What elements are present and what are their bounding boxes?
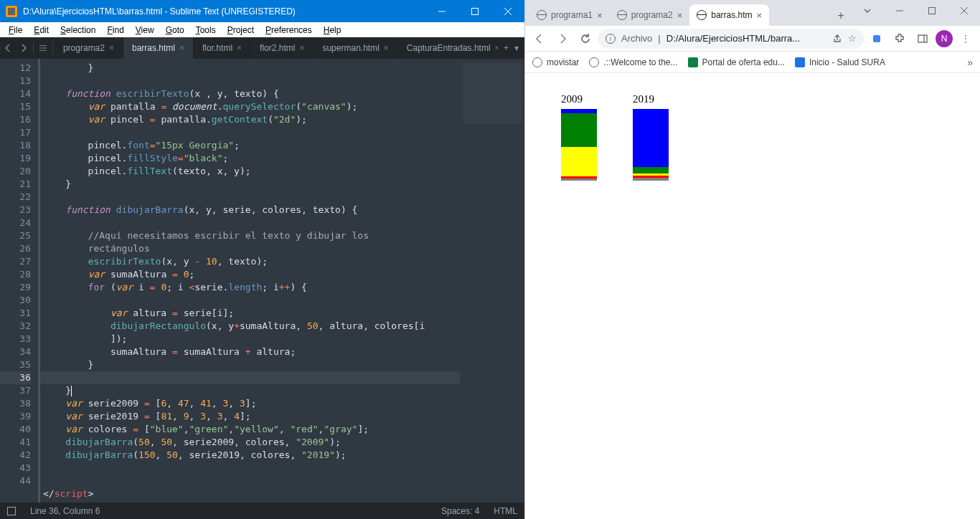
chrome-tabs: programa1×programa2×barras.htm× bbox=[525, 0, 831, 26]
maximize-button[interactable] bbox=[915, 0, 948, 22]
sublime-menubar: FileEditSelectionFindViewGotoToolsProjec… bbox=[0, 22, 524, 37]
chrome-tablist-icon[interactable] bbox=[851, 0, 883, 22]
bookmark-label: movistar bbox=[547, 57, 579, 67]
sublime-statusbar: Line 36, Column 6 Spaces: 4 HTML bbox=[0, 503, 524, 519]
profile-avatar[interactable]: N bbox=[936, 30, 953, 47]
new-tab-button[interactable]: + bbox=[831, 6, 851, 26]
tab-close-icon[interactable]: × bbox=[597, 10, 603, 21]
share-icon[interactable] bbox=[832, 34, 842, 44]
tab-close-icon[interactable]: × bbox=[237, 43, 242, 53]
tabbar-nav-left-icon[interactable] bbox=[0, 37, 16, 59]
tab-label: barras.htm bbox=[711, 10, 752, 20]
tab-label: superman.html bbox=[322, 43, 379, 53]
tab-close-icon[interactable]: × bbox=[677, 10, 683, 21]
bookmarks-bar: movistar.::Welcome to the...Portal de of… bbox=[525, 52, 980, 73]
tab-label: flor2.html bbox=[260, 43, 295, 53]
sublime-tabbar: programa2×barras.html×flor.html×flor2.ht… bbox=[0, 37, 524, 59]
chrome-toolbar: i Archivo | D:/Alura/EjerciciosHTML/barr… bbox=[525, 26, 980, 52]
bookmark-item[interactable]: movistar bbox=[532, 57, 579, 67]
status-syntax[interactable]: HTML bbox=[494, 506, 517, 516]
chrome-menu-icon[interactable]: ⋮ bbox=[956, 29, 976, 49]
statusbar-panel-icon[interactable] bbox=[7, 507, 16, 515]
omnibox[interactable]: i Archivo | D:/Alura/EjerciciosHTML/barr… bbox=[598, 29, 864, 49]
minimize-button[interactable] bbox=[883, 0, 915, 22]
extension-icon[interactable] bbox=[867, 29, 887, 49]
svg-rect-11 bbox=[873, 35, 880, 42]
tab-label: flor.html bbox=[202, 43, 232, 53]
bookmark-item[interactable]: Portal de oferta edu... bbox=[688, 57, 785, 67]
menu-project[interactable]: Project bbox=[222, 24, 260, 37]
browser-tab[interactable]: programa2× bbox=[610, 4, 690, 26]
sublime-app-icon bbox=[6, 6, 17, 17]
line-gutter[interactable]: 1213141516171819202122232425262728293031… bbox=[0, 59, 38, 503]
sublime-editor: 1213141516171819202122232425262728293031… bbox=[0, 59, 524, 503]
forward-button[interactable] bbox=[552, 29, 573, 49]
globe-icon bbox=[617, 10, 627, 20]
bookmark-item[interactable]: Inicio - Salud SURA bbox=[795, 57, 885, 67]
file-tab[interactable]: flor.html× bbox=[194, 37, 251, 59]
tab-label: programa2 bbox=[63, 43, 105, 53]
menu-edit[interactable]: Edit bbox=[28, 24, 55, 37]
close-button[interactable] bbox=[491, 0, 524, 22]
menu-help[interactable]: Help bbox=[318, 24, 347, 37]
tabbar-separator bbox=[52, 42, 53, 54]
chart-label: 2009 bbox=[561, 93, 583, 105]
tabbar-nav-right-icon[interactable] bbox=[16, 37, 32, 59]
tabbar-grid-icon[interactable] bbox=[35, 37, 51, 59]
menu-file[interactable]: File bbox=[3, 24, 28, 37]
globe-icon bbox=[697, 10, 707, 20]
tabbar-add-icon[interactable]: + bbox=[504, 43, 509, 53]
bookmark-icon bbox=[532, 57, 542, 67]
sublime-titlebar[interactable]: D:\Alura\EjerciciosHTML\barras.html - Su… bbox=[0, 0, 524, 22]
menu-preferences[interactable]: Preferences bbox=[260, 24, 318, 37]
bookmark-star-icon[interactable]: ☆ bbox=[848, 33, 857, 44]
close-button[interactable] bbox=[948, 0, 980, 22]
file-tab[interactable]: programa2× bbox=[55, 37, 123, 59]
tab-label: CapturaEntradas.html bbox=[407, 43, 491, 53]
file-tab[interactable]: barras.html× bbox=[123, 37, 194, 59]
bookmark-label: Portal de oferta edu... bbox=[702, 57, 785, 67]
minimize-button[interactable] bbox=[425, 0, 458, 22]
bookmark-label: Inicio - Salud SURA bbox=[809, 57, 885, 67]
status-spaces[interactable]: Spaces: 4 bbox=[441, 506, 479, 516]
chart-label: 2019 bbox=[633, 93, 654, 105]
file-tab[interactable]: flor2.html× bbox=[251, 37, 314, 59]
back-button[interactable] bbox=[529, 29, 550, 49]
file-tab[interactable]: superman.html× bbox=[314, 37, 397, 59]
tabbar-dropdown-icon[interactable]: ▾ bbox=[514, 43, 519, 53]
status-position[interactable]: Line 36, Column 6 bbox=[30, 506, 100, 516]
menu-view[interactable]: View bbox=[130, 24, 160, 37]
sublime-tabs: programa2×barras.html×flor.html×flor2.ht… bbox=[55, 37, 498, 59]
bookmark-icon bbox=[589, 57, 599, 67]
tab-close-icon[interactable]: × bbox=[384, 43, 389, 53]
tab-close-icon[interactable]: × bbox=[299, 43, 304, 53]
menu-goto[interactable]: Goto bbox=[160, 24, 190, 37]
bookmark-item[interactable]: .::Welcome to the... bbox=[589, 57, 677, 67]
browser-tab[interactable]: barras.htm× bbox=[689, 4, 769, 26]
maximize-button[interactable] bbox=[458, 0, 491, 22]
tabbar-separator bbox=[33, 42, 34, 54]
file-tab[interactable]: CapturaEntradas.html× bbox=[398, 37, 498, 59]
minimap[interactable] bbox=[460, 59, 524, 503]
menu-find[interactable]: Find bbox=[101, 24, 129, 37]
tab-close-icon[interactable]: × bbox=[495, 43, 498, 53]
site-info-icon[interactable]: i bbox=[606, 34, 616, 44]
code-area[interactable]: } function escribirTexto(x , y, texto) {… bbox=[38, 59, 460, 503]
browser-tab[interactable]: programa1× bbox=[529, 4, 610, 26]
stacked-bar bbox=[633, 109, 669, 181]
tab-close-icon[interactable]: × bbox=[179, 43, 184, 53]
bookmark-icon bbox=[688, 57, 698, 67]
svg-rect-12 bbox=[918, 35, 927, 42]
bookmarks-overflow-icon[interactable]: » bbox=[967, 57, 973, 68]
menu-tools[interactable]: Tools bbox=[190, 24, 222, 37]
side-panel-icon[interactable] bbox=[913, 29, 933, 49]
tab-close-icon[interactable]: × bbox=[109, 43, 114, 53]
reload-button[interactable] bbox=[575, 29, 595, 49]
bar-segment bbox=[633, 109, 669, 167]
extensions-menu-icon[interactable] bbox=[890, 29, 910, 49]
menu-selection[interactable]: Selection bbox=[55, 24, 101, 37]
tab-close-icon[interactable]: × bbox=[757, 10, 763, 21]
tab-label: barras.html bbox=[132, 43, 175, 53]
omnibox-prefix: Archivo bbox=[621, 33, 652, 44]
bar-segment bbox=[633, 167, 669, 173]
